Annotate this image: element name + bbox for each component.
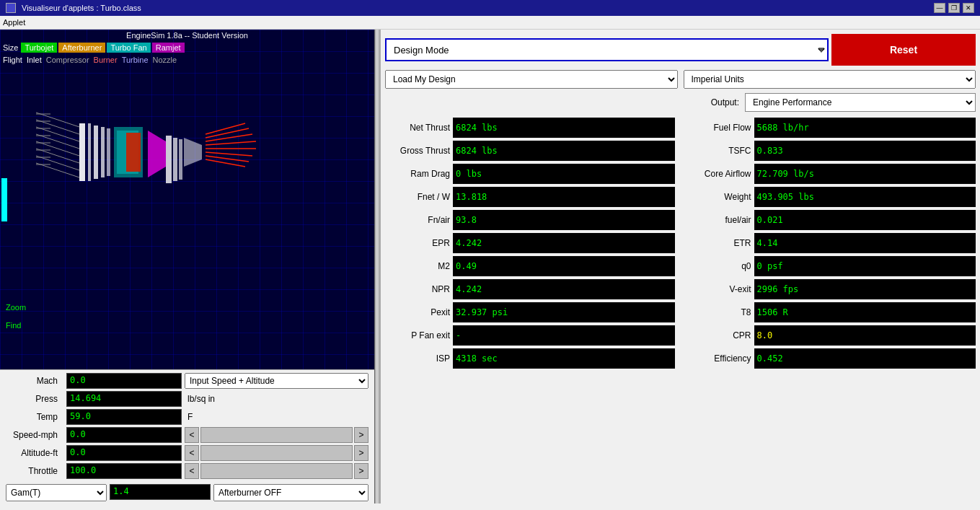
second-controls-row: Load My Design Imperial Units SI Units [385, 70, 976, 89]
altitude-right-btn[interactable]: > [354, 445, 368, 461]
temp-value[interactable]: 59.0 [66, 409, 182, 425]
perf-row: fuel/air0.021 [687, 210, 976, 230]
menu-applet[interactable]: Applet [3, 18, 25, 27]
nav-turbine[interactable]: Turbine [122, 56, 149, 64]
perf-row: q00 psf [687, 256, 976, 276]
nav-turbojet-btn[interactable]: Turbojet [21, 43, 57, 53]
nav-burner[interactable]: Burner [94, 56, 118, 64]
svg-rect-18 [173, 138, 177, 181]
perf-value-t8: 1506 R [754, 302, 976, 322]
svg-rect-17 [166, 136, 172, 183]
svg-line-24 [206, 141, 256, 145]
speed-value[interactable]: 0.0 [66, 427, 182, 443]
perf-row: T81506 R [687, 302, 976, 322]
speed-left-btn[interactable]: < [185, 427, 199, 443]
afterburner-select[interactable]: Afterburner OFF Afterburner ON [213, 484, 368, 501]
reset-button[interactable]: Reset [831, 34, 976, 66]
blue-slider[interactable] [1, 178, 7, 221]
gam-value[interactable]: 1.4 [110, 484, 211, 500]
perf-name-isp: ISP [385, 353, 450, 364]
perf-row: NPR4.242 [385, 279, 675, 299]
speed-right-btn[interactable]: > [354, 427, 368, 443]
engine-svg [14, 69, 361, 228]
nav-ramjet-btn[interactable]: Ramjet [152, 43, 185, 53]
nav-compressor[interactable]: Compressor [46, 56, 89, 64]
engine-header: EngineSim 1.8a -- Student Version [0, 31, 374, 40]
perf-row: Core Airflow72.709 lb/s [687, 164, 976, 184]
perf-name-fn/air: Fn/air [385, 215, 450, 225]
throttle-left-btn[interactable]: < [185, 463, 199, 479]
gam-select[interactable]: Gam(T) [6, 484, 107, 501]
perf-value-epr: 4.242 [453, 233, 675, 253]
svg-line-22 [206, 128, 249, 138]
press-unit-container: lb/sq in [185, 394, 368, 404]
perf-name-v-exit: V-exit [687, 284, 751, 294]
svg-line-6 [36, 156, 79, 170]
svg-line-2 [36, 127, 79, 141]
perf-value-grossthrust: 6824 lbs [453, 141, 675, 161]
perf-row: ISP4318 sec [385, 348, 675, 369]
nav-flight-label[interactable]: Flight [3, 56, 22, 64]
svg-line-1 [36, 120, 79, 134]
altitude-left-btn[interactable]: < [185, 445, 199, 461]
throttle-right-btn[interactable]: > [354, 463, 368, 479]
perf-value-pfanexit: - [453, 325, 675, 346]
zoom-label[interactable]: Zoom [6, 303, 26, 312]
throttle-value[interactable]: 100.0 [66, 463, 182, 479]
perf-name-efficiency: Efficiency [687, 353, 751, 364]
right-panel: Design Mode Tunnel Test Flight ▼ Reset L… [381, 30, 980, 504]
svg-rect-19 [179, 139, 182, 180]
restore-button[interactable]: ❐ [948, 3, 960, 13]
perf-row: Fnet / W13.818 [385, 187, 675, 207]
design-select[interactable]: Load My Design [385, 70, 678, 89]
output-select[interactable]: Engine Performance Inlet Performance Com… [745, 93, 976, 112]
perf-name-m2: M2 [385, 261, 450, 271]
close-button[interactable]: ✕ [963, 3, 974, 13]
perf-value-etr: 4.14 [754, 233, 976, 253]
press-value[interactable]: 14.694 [66, 391, 182, 407]
speed-select[interactable]: Input Speed + Altitude Input Mach + Alti… [185, 373, 368, 389]
perf-name-fnet/w: Fnet / W [385, 192, 450, 202]
perf-value-coreairflow: 72.709 lb/s [754, 164, 976, 184]
perf-row: Net Thrust6824 lbs [385, 118, 675, 138]
engine-canvas: EngineSim 1.8a -- Student Version Size T… [0, 30, 374, 369]
mode-select[interactable]: Design Mode Tunnel Test Flight [385, 38, 829, 61]
altitude-value[interactable]: 0.0 [66, 445, 182, 461]
nav-afterburner-btn[interactable]: Afterburner [58, 43, 105, 53]
perf-name-cpr: CPR [687, 330, 751, 340]
units-select[interactable]: Imperial Units SI Units [684, 70, 976, 89]
throttle-slider-row: < > [185, 463, 368, 479]
perf-row: CPR8.0 [687, 325, 976, 346]
find-label[interactable]: Find [6, 321, 21, 330]
svg-marker-16 [148, 131, 166, 177]
perf-value-efficiency: 0.452 [754, 348, 976, 369]
speed-slider-track[interactable] [200, 427, 353, 443]
perf-name-weight: Weight [687, 192, 751, 202]
throttle-slider-track[interactable] [200, 463, 353, 479]
output-label: Output: [711, 97, 739, 107]
perf-name-grossthrust: Gross Thrust [385, 146, 450, 156]
nav-size-label[interactable]: Size [3, 43, 18, 52]
altitude-slider-track[interactable] [200, 445, 353, 461]
nav-nozzle[interactable]: Nozzle [153, 56, 177, 64]
title-controls: — ❐ ✕ [934, 3, 974, 13]
minimize-button[interactable]: — [934, 3, 945, 13]
nav-inlet-label[interactable]: Inlet [27, 56, 42, 64]
perf-value-netthrust: 6824 lbs [453, 118, 675, 138]
nav-turbofan-btn[interactable]: Turbo Fan [107, 43, 150, 53]
svg-line-3 [36, 134, 79, 149]
perf-value-tsfc: 0.833 [754, 141, 976, 161]
perf-row: M20.49 [385, 256, 675, 276]
svg-line-4 [36, 141, 79, 156]
app-icon [6, 3, 16, 13]
mach-value[interactable]: 0.0 [66, 373, 182, 389]
perf-row: Fn/air93.8 [385, 210, 675, 230]
perf-row: Ram Drag0 lbs [385, 164, 675, 184]
svg-rect-9 [88, 123, 91, 181]
perf-left-col: Net Thrust6824 lbsGross Thrust6824 lbsRa… [385, 118, 675, 369]
title-bar: Visualiseur d'applets : Turbo.class — ❐ … [0, 0, 980, 16]
perf-name-t8: T8 [687, 307, 751, 317]
svg-line-5 [36, 149, 79, 163]
bottom-select-row: Gam(T) 1.4 Afterburner OFF Afterburner O… [0, 482, 374, 504]
performance-grid: Net Thrust6824 lbsGross Thrust6824 lbsRa… [385, 118, 976, 369]
